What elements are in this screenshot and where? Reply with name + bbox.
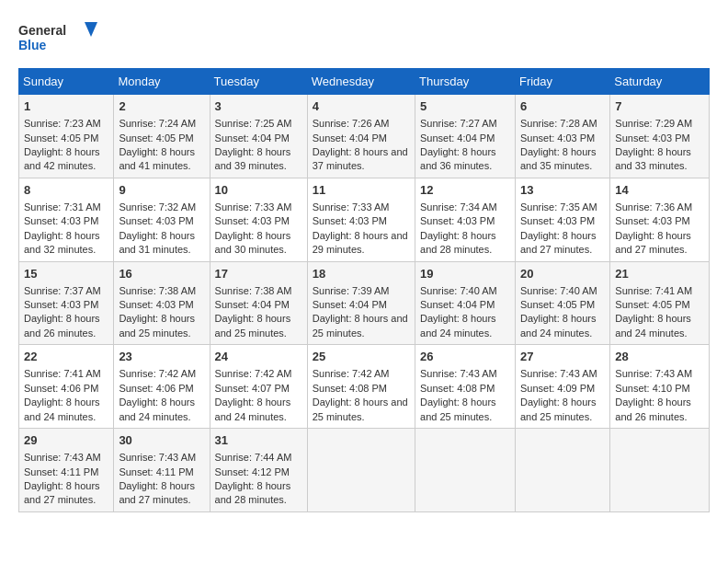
- daylight-text: Daylight: 8 hours and 26 minutes.: [24, 313, 100, 338]
- daylight-text: Daylight: 8 hours and 24 minutes.: [24, 396, 100, 421]
- daylight-text: Daylight: 8 hours and 24 minutes.: [119, 396, 195, 421]
- sunset-text: Sunset: 4:05 PM: [615, 299, 689, 310]
- calendar-day-cell: 13Sunrise: 7:35 AMSunset: 4:03 PMDayligh…: [515, 178, 609, 261]
- calendar-day-cell: [610, 429, 710, 512]
- sunset-text: Sunset: 4:08 PM: [313, 383, 387, 394]
- sunrise-text: Sunrise: 7:43 AM: [119, 452, 196, 463]
- sunset-text: Sunset: 4:07 PM: [215, 383, 290, 394]
- sunset-text: Sunset: 4:03 PM: [119, 299, 193, 310]
- calendar-day-cell: 8Sunrise: 7:31 AMSunset: 4:03 PMDaylight…: [19, 178, 114, 261]
- calendar-day-cell: 5Sunrise: 7:27 AMSunset: 4:04 PMDaylight…: [415, 95, 516, 178]
- daylight-text: Daylight: 8 hours and 24 minutes.: [520, 313, 597, 338]
- daylight-text: Daylight: 8 hours and 39 minutes.: [215, 146, 291, 171]
- sunrise-text: Sunrise: 7:42 AM: [313, 368, 390, 379]
- day-number: 27: [520, 349, 605, 365]
- sunset-text: Sunset: 4:04 PM: [420, 299, 495, 310]
- daylight-text: Daylight: 8 hours and 29 minutes.: [313, 230, 408, 255]
- logo-svg: General Blue: [18, 18, 101, 59]
- calendar-day-cell: 27Sunrise: 7:43 AMSunset: 4:09 PMDayligh…: [515, 345, 609, 429]
- day-number: 1: [24, 98, 108, 115]
- daylight-text: Daylight: 8 hours and 24 minutes.: [420, 313, 496, 338]
- day-number: 10: [215, 182, 302, 199]
- sunset-text: Sunset: 4:04 PM: [215, 132, 290, 144]
- calendar-day-cell: [307, 429, 415, 512]
- sunrise-text: Sunrise: 7:31 AM: [24, 201, 101, 213]
- calendar-day-cell: 25Sunrise: 7:42 AMSunset: 4:08 PMDayligh…: [307, 345, 415, 429]
- day-number: 25: [313, 349, 410, 365]
- sunrise-text: Sunrise: 7:33 AM: [313, 201, 390, 213]
- sunset-text: Sunset: 4:06 PM: [119, 383, 193, 394]
- day-number: 31: [215, 432, 302, 449]
- sunset-text: Sunset: 4:04 PM: [313, 132, 387, 144]
- daylight-text: Daylight: 8 hours and 35 minutes.: [520, 146, 597, 171]
- sunrise-text: Sunrise: 7:40 AM: [420, 285, 497, 296]
- calendar-week-row: 1Sunrise: 7:23 AMSunset: 4:05 PMDaylight…: [19, 95, 710, 178]
- calendar-day-cell: 16Sunrise: 7:38 AMSunset: 4:03 PMDayligh…: [114, 261, 210, 345]
- sunrise-text: Sunrise: 7:36 AM: [615, 201, 692, 213]
- sunrise-text: Sunrise: 7:42 AM: [215, 368, 292, 379]
- sunset-text: Sunset: 4:04 PM: [420, 132, 495, 144]
- calendar-week-row: 22Sunrise: 7:41 AMSunset: 4:06 PMDayligh…: [19, 345, 710, 429]
- sunset-text: Sunset: 4:03 PM: [119, 215, 193, 226]
- calendar-day-cell: 9Sunrise: 7:32 AMSunset: 4:03 PMDaylight…: [114, 178, 210, 261]
- sunset-text: Sunset: 4:03 PM: [615, 132, 689, 144]
- day-number: 14: [615, 182, 704, 199]
- sunset-text: Sunset: 4:03 PM: [420, 215, 495, 226]
- day-number: 7: [615, 98, 704, 115]
- calendar-day-cell: 30Sunrise: 7:43 AMSunset: 4:11 PMDayligh…: [114, 429, 210, 512]
- calendar-day-cell: 1Sunrise: 7:23 AMSunset: 4:05 PMDaylight…: [19, 95, 114, 178]
- svg-text:Blue: Blue: [18, 38, 47, 52]
- calendar-day-cell: 23Sunrise: 7:42 AMSunset: 4:06 PMDayligh…: [114, 345, 210, 429]
- sunrise-text: Sunrise: 7:33 AM: [215, 201, 292, 213]
- weekday-header: Friday: [515, 69, 609, 95]
- day-number: 3: [215, 98, 302, 115]
- sunrise-text: Sunrise: 7:38 AM: [119, 285, 196, 296]
- sunrise-text: Sunrise: 7:28 AM: [520, 118, 597, 129]
- sunrise-text: Sunrise: 7:26 AM: [313, 118, 390, 129]
- calendar-day-cell: [415, 429, 516, 512]
- weekday-header-row: SundayMondayTuesdayWednesdayThursdayFrid…: [19, 69, 710, 95]
- sunrise-text: Sunrise: 7:44 AM: [215, 452, 292, 463]
- sunrise-text: Sunrise: 7:23 AM: [24, 118, 101, 129]
- day-number: 4: [313, 98, 410, 115]
- daylight-text: Daylight: 8 hours and 25 minutes.: [520, 396, 597, 421]
- daylight-text: Daylight: 8 hours and 24 minutes.: [215, 396, 291, 421]
- day-number: 18: [313, 266, 410, 282]
- sunrise-text: Sunrise: 7:37 AM: [24, 285, 101, 296]
- calendar-day-cell: 6Sunrise: 7:28 AMSunset: 4:03 PMDaylight…: [515, 95, 609, 178]
- day-number: 11: [313, 182, 410, 199]
- logo: General Blue: [18, 18, 101, 59]
- day-number: 17: [215, 266, 302, 282]
- daylight-text: Daylight: 8 hours and 36 minutes.: [420, 146, 496, 171]
- calendar-day-cell: [515, 429, 609, 512]
- sunrise-text: Sunrise: 7:40 AM: [520, 285, 597, 296]
- daylight-text: Daylight: 8 hours and 27 minutes.: [119, 480, 195, 505]
- weekday-header: Thursday: [415, 69, 516, 95]
- day-number: 8: [24, 182, 108, 199]
- sunset-text: Sunset: 4:10 PM: [615, 383, 689, 394]
- day-number: 9: [119, 182, 204, 199]
- sunrise-text: Sunrise: 7:34 AM: [420, 201, 497, 213]
- sunrise-text: Sunrise: 7:25 AM: [215, 118, 292, 129]
- svg-text:General: General: [18, 23, 66, 38]
- daylight-text: Daylight: 8 hours and 25 minutes.: [420, 396, 496, 421]
- calendar-day-cell: 4Sunrise: 7:26 AMSunset: 4:04 PMDaylight…: [307, 95, 415, 178]
- sunrise-text: Sunrise: 7:43 AM: [420, 368, 497, 379]
- day-number: 5: [420, 98, 510, 115]
- sunset-text: Sunset: 4:05 PM: [119, 132, 193, 144]
- sunset-text: Sunset: 4:03 PM: [520, 215, 595, 226]
- day-number: 2: [119, 98, 204, 115]
- daylight-text: Daylight: 8 hours and 31 minutes.: [119, 230, 195, 255]
- daylight-text: Daylight: 8 hours and 25 minutes.: [313, 313, 408, 338]
- day-number: 30: [119, 432, 204, 449]
- daylight-text: Daylight: 8 hours and 26 minutes.: [615, 396, 691, 421]
- sunset-text: Sunset: 4:04 PM: [313, 299, 387, 310]
- day-number: 28: [615, 349, 704, 365]
- calendar-week-row: 15Sunrise: 7:37 AMSunset: 4:03 PMDayligh…: [19, 261, 710, 345]
- sunset-text: Sunset: 4:11 PM: [24, 466, 98, 477]
- day-number: 6: [520, 98, 605, 115]
- daylight-text: Daylight: 8 hours and 33 minutes.: [615, 146, 691, 171]
- day-number: 26: [420, 349, 510, 365]
- calendar-day-cell: 12Sunrise: 7:34 AMSunset: 4:03 PMDayligh…: [415, 178, 516, 261]
- weekday-header: Sunday: [19, 69, 114, 95]
